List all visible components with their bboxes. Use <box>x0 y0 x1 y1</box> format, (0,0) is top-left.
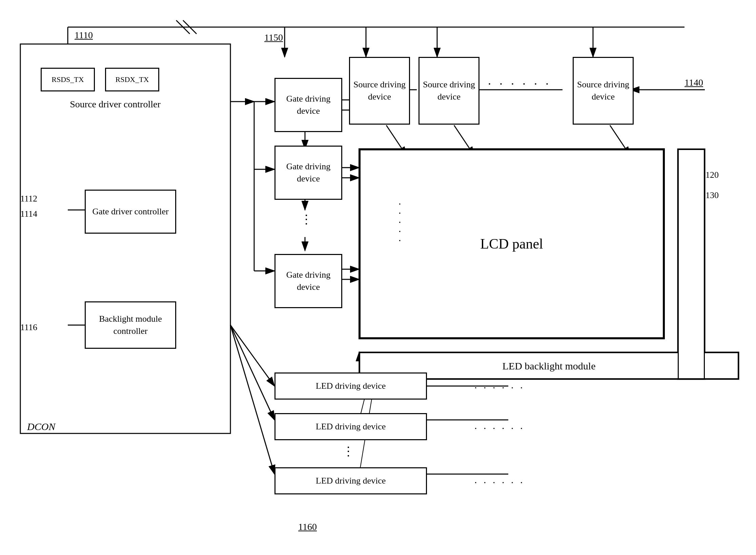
ref-1116: 1116 <box>20 322 37 333</box>
led-device-2-box: LED driving device <box>274 413 427 440</box>
ref-1150: 1150 <box>264 32 283 43</box>
ref-1112: 1112 <box>20 193 37 205</box>
led-dots-horiz-2: · · · · · · <box>474 422 525 435</box>
dcon-label: DCON <box>27 420 55 433</box>
source-device-1-box: Source driving device <box>349 57 410 125</box>
svg-line-36 <box>230 325 274 386</box>
ref-1114: 1114 <box>20 208 37 220</box>
source-device-2-box: Source driving device <box>418 57 479 125</box>
source-dots: · · · · · · <box>488 76 551 92</box>
source-device-n-box: Source driving device <box>573 57 634 125</box>
gate-dots: ⋮ <box>300 213 312 226</box>
source-driver-ctrl-label: Source driver controller <box>34 98 197 110</box>
gate-device-1-box: Gate driving device <box>274 78 342 132</box>
backlight-ctrl-box: Backlight module controller <box>85 301 176 349</box>
gate-device-2-box: Gate driving device <box>274 146 342 200</box>
svg-line-37 <box>230 325 274 420</box>
led-device-n-box: LED driving device <box>274 467 427 494</box>
svg-line-38 <box>230 325 274 474</box>
rsdx-tx-box: RSDX_TX <box>105 68 159 91</box>
rsds-tx-box: RSDS_TX <box>41 68 95 91</box>
gate-driver-ctrl-box: Gate driver controller <box>85 190 176 234</box>
ref-1110: 1110 <box>75 30 93 41</box>
ref-1160: 1160 <box>298 521 317 532</box>
gate-device-n-box: Gate driving device <box>274 254 342 308</box>
right-connector-box <box>678 149 705 379</box>
led-dots-vertical: ⋮ <box>342 444 354 460</box>
led-dots-horiz-1: · · · · · · <box>474 381 525 394</box>
ref-1140: 1140 <box>685 77 703 88</box>
led-device-1-box: LED driving device <box>274 372 427 400</box>
gate-area-dots: · · · · · <box>393 203 407 244</box>
led-dots-horiz-n: · · · · · · <box>474 476 525 489</box>
diagram: DCON 1110 RSDS_TX RSDX_TX Source driver … <box>0 0 756 555</box>
